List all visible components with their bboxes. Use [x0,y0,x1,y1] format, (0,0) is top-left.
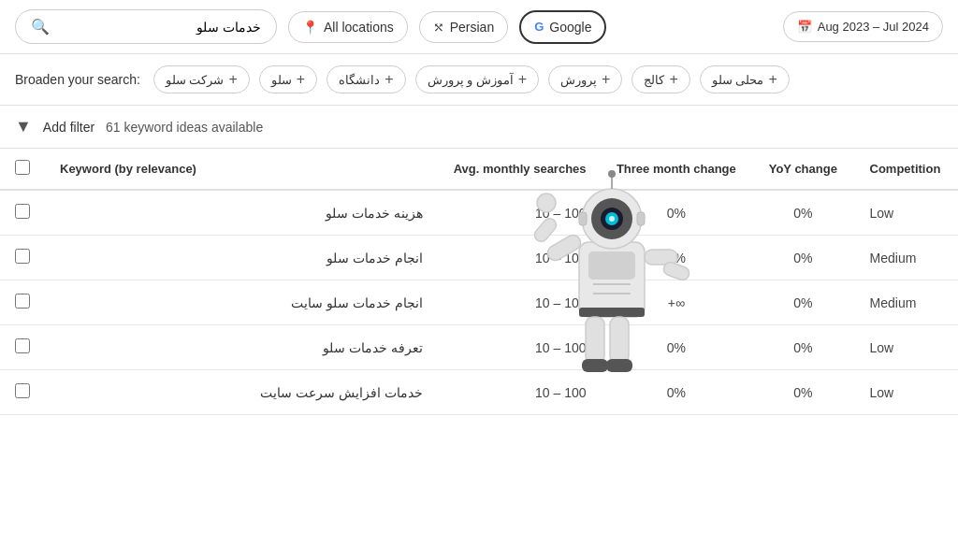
broaden-chip-4[interactable]: + پرورش [548,65,622,93]
row-checkbox-cell[interactable] [0,236,45,280]
three-month-cell: 0% [602,325,752,370]
yoy-cell: 0% [751,370,854,415]
broaden-label: Broaden your search: [15,72,140,87]
competition-cell: Medium [855,280,958,325]
broaden-chip-label: کالج [644,73,664,87]
row-checkbox-cell[interactable] [0,190,45,236]
engine-label: Google [549,20,591,35]
yoy-cell: 0% [751,236,854,280]
table-row: تعرفه خدمات سلو 10 – 100 0% 0% Low [0,325,958,370]
avg-monthly-cell: 10 – 100 [438,370,602,415]
row-checkbox-4[interactable] [15,383,30,398]
select-all-checkbox[interactable] [15,160,30,175]
avg-monthly-cell: 10 – 100 [438,280,602,325]
competition-header: Competition [855,149,958,190]
broaden-chip-3[interactable]: + آموزش و پرورش [415,65,540,93]
plus-icon: + [768,71,777,88]
broaden-chip-6[interactable]: + محلی سلو [700,65,790,93]
avg-monthly-cell: 10 – 100 [438,190,602,236]
translate-icon: ⤲ [433,20,444,35]
broaden-chip-label: پرورش [560,73,597,87]
keyword-cell: هزینه خدمات سلو [45,190,438,236]
table-wrapper: Keyword (by relevance) Avg. monthly sear… [0,149,958,415]
competition-cell: Medium [855,236,958,280]
plus-icon: + [297,71,305,88]
keyword-cell: خدمات افزایش سرعت سایت [45,370,438,415]
select-all-header[interactable] [0,149,45,190]
broaden-chip-label: شرکت سلو [166,73,225,87]
broaden-chip-2[interactable]: + دانشگاه [327,65,405,93]
search-icon: 🔍 [31,18,50,36]
plus-icon: + [518,71,527,88]
three-month-header: Three month change [602,149,752,190]
search-input[interactable] [57,20,261,35]
broaden-bar: Broaden your search: + شرکت سلو + سلو + … [0,54,958,106]
keyword-cell: انجام خدمات سلو [45,236,438,280]
keywords-table: Keyword (by relevance) Avg. monthly sear… [0,149,958,415]
keyword-header: Keyword (by relevance) [45,149,438,190]
row-checkbox-cell[interactable] [0,280,45,325]
filter-bar: ▼ Add filter 61 keyword ideas available [0,106,958,149]
row-checkbox-cell[interactable] [0,370,45,415]
competition-cell: Low [855,190,958,236]
broaden-chip-5[interactable]: + کالج [631,65,689,93]
row-checkbox-3[interactable] [15,338,30,353]
avg-monthly-header: Avg. monthly searches [438,149,602,190]
row-checkbox-1[interactable] [15,249,30,264]
date-label: Aug 2023 – Jul 2024 [818,20,929,34]
plus-icon: + [385,71,393,88]
keyword-cell: تعرفه خدمات سلو [45,325,438,370]
table-row: خدمات افزایش سرعت سایت 10 – 100 0% 0% Lo… [0,370,958,415]
plus-icon: + [602,71,610,88]
avg-monthly-cell: 10 – 100 [438,325,602,370]
add-filter-button[interactable]: Add filter [43,120,94,135]
engine-button[interactable]: G Google [519,10,606,44]
yoy-cell: 0% [751,325,854,370]
keyword-cell: انجام خدمات سلو سایت [45,280,438,325]
broaden-chip-label: محلی سلو [712,73,764,87]
plus-icon: + [228,71,237,88]
location-label: All locations [324,20,394,35]
competition-cell: Low [855,325,958,370]
broaden-chip-1[interactable]: + سلو [259,65,317,93]
row-checkbox-2[interactable] [15,294,30,309]
keyword-count: 61 keyword ideas available [106,120,263,135]
three-month-cell: +∞ [602,280,752,325]
table-container: Keyword (by relevance) Avg. monthly sear… [0,149,958,415]
table-row: انجام خدمات سلو سایت 10 – 100 +∞ 0% Medi… [0,280,958,325]
table-row: هزینه خدمات سلو 10 – 100 0% 0% Low [0,190,958,236]
date-button[interactable]: 📅 Aug 2023 – Jul 2024 [783,11,943,42]
three-month-cell: 0% [602,236,752,280]
calendar-icon: 📅 [797,20,812,34]
google-icon: G [534,20,544,34]
broaden-chip-0[interactable]: + شرکت سلو [153,65,250,93]
location-icon: 📍 [302,20,318,35]
yoy-cell: 0% [751,190,854,236]
yoy-header: YoY change [751,149,854,190]
yoy-cell: 0% [751,280,854,325]
three-month-cell: 0% [602,370,752,415]
three-month-cell: 0% [602,190,752,236]
plus-icon: + [669,71,677,88]
broaden-chip-label: دانشگاه [339,73,380,87]
language-label: Persian [450,20,494,35]
broaden-chip-label: سلو [271,73,292,87]
row-checkbox-cell[interactable] [0,325,45,370]
table-row: انجام خدمات سلو 10 – 100 0% 0% Medium [0,236,958,280]
broaden-chip-label: آموزش و پرورش [428,73,514,87]
top-bar: 🔍 📍 All locations ⤲ Persian G Google 📅 A… [0,0,958,54]
filter-icon: ▼ [15,117,32,136]
competition-cell: Low [855,370,958,415]
avg-monthly-cell: 10 – 100 [438,236,602,280]
row-checkbox-0[interactable] [15,204,30,219]
location-button[interactable]: 📍 All locations [288,11,408,43]
search-box[interactable]: 🔍 [15,9,277,44]
language-button[interactable]: ⤲ Persian [419,11,508,43]
